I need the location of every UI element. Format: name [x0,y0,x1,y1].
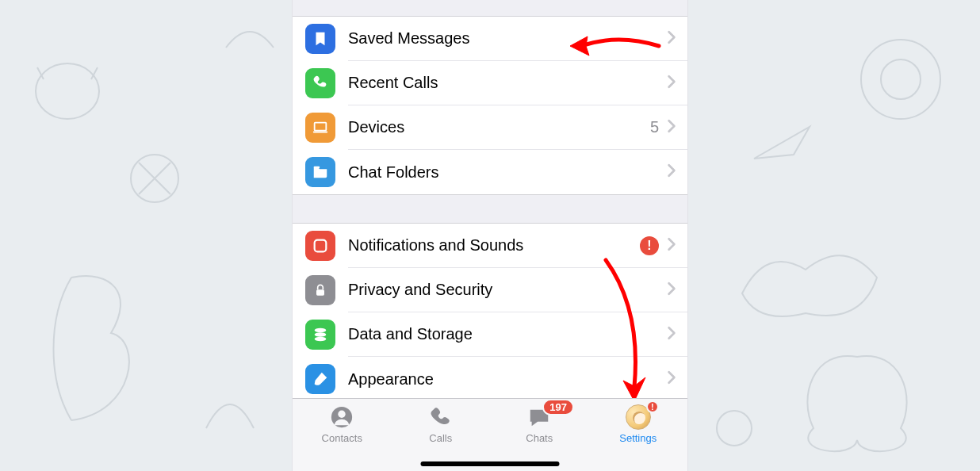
settings-alert-dot: ! [646,400,659,413]
home-indicator[interactable] [421,461,560,466]
row-appearance[interactable]: Appearance [293,357,687,398]
chevron-right-icon [667,75,676,92]
chevron-right-icon [667,326,676,343]
bookmark-icon [305,24,335,54]
svg-rect-6 [313,132,327,133]
laptop-icon [305,113,335,143]
svg-rect-7 [314,167,320,169]
phone-frame: Saved MessagesRecent CallsDevices5Chat F… [292,0,688,471]
alert-badge: ! [640,236,659,255]
row-label: Chat Folders [348,163,667,182]
tab-chats[interactable]: 197 Chats [490,399,589,471]
row-data-storage[interactable]: Data and Storage [293,312,687,357]
row-label: Appearance [348,370,667,389]
row-saved-messages[interactable]: Saved Messages [293,17,687,61]
svg-point-1 [131,155,178,202]
row-label: Recent Calls [348,74,667,92]
phone-icon [305,68,335,98]
tab-contacts[interactable]: Contacts [293,399,392,471]
row-label: Devices [348,118,650,136]
contacts-icon [328,404,355,431]
tab-bar: Contacts Calls 197 Chats ! Settings [293,398,687,471]
row-label: Notifications and Sounds [348,236,640,255]
tab-settings-label: Settings [619,432,657,444]
tab-chats-label: Chats [526,432,553,444]
row-notifications[interactable]: Notifications and Sounds! [293,224,687,268]
row-recent-calls[interactable]: Recent Calls [293,61,687,105]
row-privacy[interactable]: Privacy and Security [293,268,687,312]
svg-rect-5 [315,123,327,131]
lock-icon [305,275,335,305]
row-label: Privacy and Security [348,281,667,299]
settings-group: Notifications and Sounds!Privacy and Sec… [293,223,687,398]
chevron-right-icon [667,281,676,299]
chevron-right-icon [667,370,676,388]
brush-icon [305,364,335,394]
calls-icon [427,404,454,431]
svg-point-10 [315,328,327,333]
row-devices[interactable]: Devices5 [293,105,687,150]
tab-contacts-label: Contacts [322,432,362,444]
chevron-right-icon [667,30,676,48]
svg-point-12 [315,337,327,342]
chevron-right-icon [667,237,676,255]
db-icon [305,320,335,350]
chats-badge: 197 [542,399,574,415]
svg-point-3 [881,59,921,99]
settings-group: Saved MessagesRecent CallsDevices5Chat F… [293,16,687,195]
svg-rect-9 [316,289,324,296]
bell-icon [305,231,335,261]
svg-rect-8 [315,240,327,252]
row-label: Data and Storage [348,325,667,343]
chevron-right-icon [667,119,676,136]
svg-point-16 [339,411,346,418]
svg-point-0 [36,63,99,119]
svg-point-11 [315,332,327,337]
row-detail: 5 [650,118,659,136]
svg-point-2 [861,40,940,119]
chevron-right-icon [667,163,676,181]
settings-scroll-area[interactable]: Saved MessagesRecent CallsDevices5Chat F… [293,0,687,398]
row-label: Saved Messages [348,29,667,48]
tab-settings[interactable]: ! Settings [589,399,688,471]
row-chat-folders[interactable]: Chat Folders [293,150,687,194]
tab-calls[interactable]: Calls [392,399,491,471]
folder-icon [305,157,335,187]
tab-calls-label: Calls [429,432,452,444]
svg-point-4 [717,411,752,446]
